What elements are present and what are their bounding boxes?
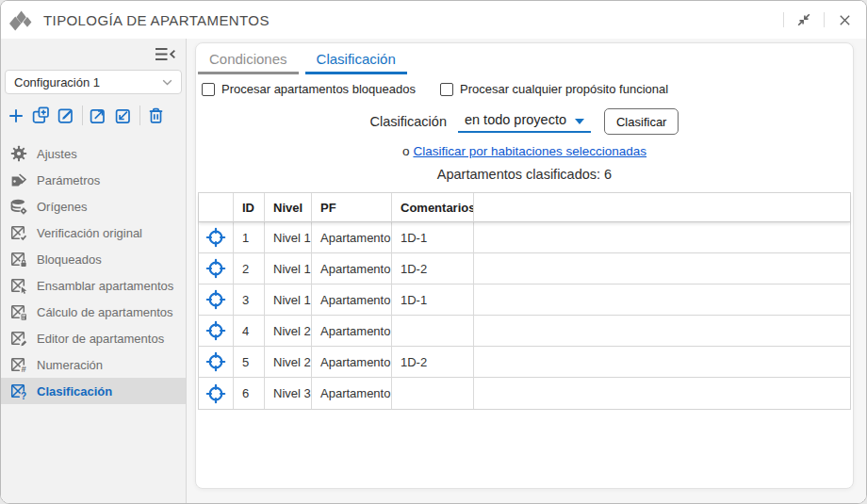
checkbox-icon[interactable]	[440, 83, 453, 96]
table-row[interactable]: 1 Nivel 1 Apartamento 1D-1	[199, 222, 850, 253]
cell-nivel: Nivel 1	[265, 253, 312, 285]
locate-apartment-icon[interactable]	[205, 383, 226, 404]
configuration-toolbar	[3, 103, 185, 128]
sidebar-item-origenes[interactable]: Orígenes	[1, 193, 186, 219]
cell-id: 4	[234, 316, 265, 347]
tab-clasificacion[interactable]: Clasificación	[305, 49, 407, 74]
box-check-icon	[10, 224, 27, 241]
checkbox-procesar-bloqueados[interactable]: Procesar apartamentos bloqueados	[202, 82, 416, 96]
sidebar-item-ensamblar-apartamentos[interactable]: Ensamblar apartamentos	[1, 272, 186, 299]
sidebar-item-label: Clasificación	[37, 384, 112, 398]
cell-nivel: Nivel 1	[265, 222, 312, 253]
row-icon-cell	[199, 285, 234, 316]
box-hash-icon: #	[10, 356, 27, 373]
content-card: Condiciones Clasificación Procesar apart…	[195, 42, 854, 489]
classified-count-text: Apartamentos clasificados: 6	[197, 167, 852, 182]
sidebar-item-label: Editor de apartamentos	[37, 332, 164, 346]
sidebar-item-editor-de-apartamentos[interactable]: Editor de apartamentos	[1, 325, 186, 351]
app-logo-icon	[9, 9, 35, 31]
cell-extra	[474, 378, 850, 409]
sidebar: Configuración 1	[1, 39, 187, 503]
window-title: TIPOLOGÍA DE APARTAMENTOS	[43, 12, 783, 28]
close-window-button[interactable]	[832, 8, 857, 32]
configuration-dropdown[interactable]: Configuración 1	[5, 70, 182, 94]
table-row[interactable]: 2 Nivel 1 Apartamento 1D-2	[199, 253, 850, 285]
box-pencil-icon	[10, 330, 27, 347]
cell-nivel: Nivel 2	[265, 316, 312, 347]
cell-extra	[474, 253, 850, 285]
sidebar-item-label: Parámetros	[37, 173, 100, 187]
cell-nivel: Nivel 3	[265, 378, 312, 409]
cell-id: 3	[234, 285, 265, 316]
database-gear-icon	[10, 198, 27, 215]
cell-extra	[474, 285, 850, 316]
chevron-down-icon	[575, 112, 584, 127]
sidebar-item-label: Orígenes	[37, 200, 87, 214]
cell-extra	[474, 316, 850, 347]
cell-id: 6	[234, 378, 265, 409]
link-prefix: o	[402, 144, 410, 158]
box-lock-icon	[10, 251, 27, 268]
table-row[interactable]: 6 Nivel 3 Apartamento	[199, 378, 850, 409]
delete-configuration-button[interactable]	[143, 103, 169, 128]
table-body: 1 Nivel 1 Apartamento 1D-1 2 Nivel 1 Apa…	[199, 222, 850, 409]
cell-nivel: Nivel 2	[265, 347, 312, 378]
checkbox-proposito-funcional[interactable]: Procesar cualquier propósito funcional	[440, 82, 668, 96]
table-row[interactable]: 5 Nivel 2 Apartamento 1D-2	[199, 347, 850, 378]
locate-apartment-icon[interactable]	[205, 227, 226, 248]
restore-window-button[interactable]	[792, 8, 816, 32]
cell-comentarios	[392, 378, 474, 409]
main-area: Condiciones Clasificación Procesar apart…	[187, 39, 866, 503]
checkbox-icon[interactable]	[202, 83, 215, 96]
cell-pf: Apartamento	[312, 378, 392, 409]
classify-label: Clasificación	[370, 114, 447, 129]
sidebar-item-bloqueados[interactable]: Bloqueados	[1, 246, 186, 272]
cell-pf: Apartamento	[312, 316, 392, 347]
locate-apartment-icon[interactable]	[205, 320, 226, 341]
link-row: oClasificar por habitaciones seleccionad…	[197, 144, 852, 158]
header-icon-column	[199, 193, 234, 222]
sidebar-item-label: Verificación original	[37, 226, 142, 240]
sidebar-item-label: Ensamblar apartamentos	[37, 279, 173, 293]
header-extra	[474, 193, 850, 222]
box-calculator-icon	[10, 303, 27, 320]
sidebar-item-clasificacion[interactable]: ? Clasificación	[1, 378, 186, 404]
sidebar-item-numeracion[interactable]: # Numeración	[1, 351, 186, 378]
sidebar-item-label: Cálculo de apartamentos	[37, 305, 173, 319]
locate-apartment-icon[interactable]	[205, 289, 226, 310]
cell-pf: Apartamento	[312, 285, 392, 316]
cell-comentarios: 1D-2	[392, 253, 474, 285]
divider	[139, 106, 140, 125]
checkbox-label: Procesar apartamentos bloqueados	[221, 82, 416, 96]
classify-by-rooms-link[interactable]: Clasificar por habitaciones seleccionada…	[413, 144, 646, 158]
collapse-sidebar-icon[interactable]	[153, 45, 178, 63]
cell-comentarios: 1D-1	[392, 222, 474, 253]
header-nivel: Nivel	[265, 193, 312, 222]
row-icon-cell	[199, 222, 234, 253]
cell-comentarios: 1D-1	[392, 285, 474, 316]
divider	[783, 12, 784, 27]
table-row[interactable]: 4 Nivel 2 Apartamento	[199, 316, 850, 347]
add-configuration-button[interactable]	[3, 103, 28, 128]
classify-button[interactable]: Clasificar	[604, 108, 679, 135]
cell-extra	[474, 222, 850, 253]
sidebar-nav: Ajustes Parámetros	[1, 140, 186, 404]
duplicate-configuration-button[interactable]	[28, 103, 54, 128]
locate-apartment-icon[interactable]	[205, 258, 226, 279]
apartments-table: ID Nivel PF Comentarios 1 Nivel 1 Aparta…	[198, 192, 851, 410]
edit-configuration-button[interactable]	[54, 103, 79, 128]
locate-apartment-icon[interactable]	[205, 351, 226, 372]
cell-comentarios	[392, 316, 474, 347]
import-configuration-button[interactable]	[111, 103, 137, 128]
sidebar-item-verificacion-original[interactable]: Verificación original	[1, 219, 186, 246]
table-row[interactable]: 3 Nivel 1 Apartamento 1D-1	[199, 285, 850, 316]
cell-nivel: Nivel 1	[265, 285, 312, 316]
row-icon-cell	[199, 347, 234, 378]
sidebar-item-parametros[interactable]: Parámetros	[1, 167, 186, 193]
tab-condiciones[interactable]: Condiciones	[198, 49, 299, 74]
export-configuration-button[interactable]	[86, 103, 111, 128]
cell-id: 2	[234, 253, 265, 285]
sidebar-item-calculo-de-apartamentos[interactable]: Cálculo de apartamentos	[1, 299, 186, 325]
sidebar-item-ajustes[interactable]: Ajustes	[1, 140, 186, 167]
classify-scope-dropdown[interactable]: en todo proyecto	[458, 110, 591, 133]
